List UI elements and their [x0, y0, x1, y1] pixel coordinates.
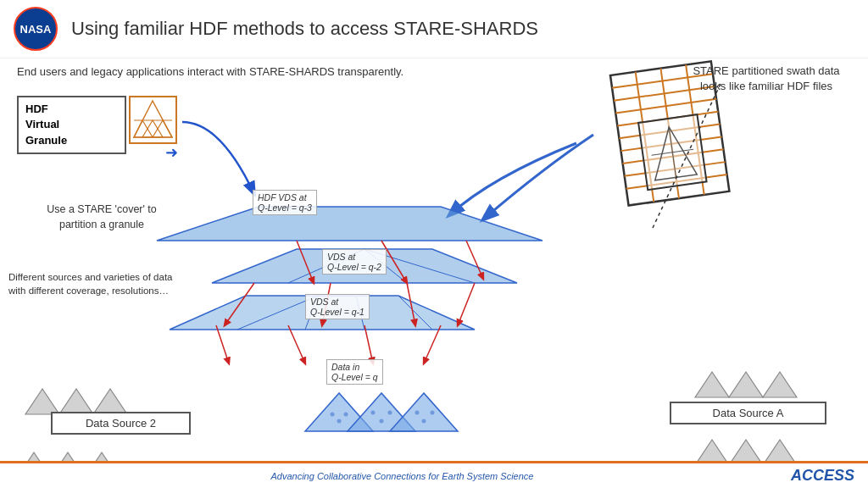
svg-line-32 [398, 296, 432, 330]
svg-marker-21 [153, 120, 172, 137]
svg-line-5 [619, 125, 720, 139]
svg-line-51 [458, 283, 475, 325]
svg-line-16 [652, 149, 694, 155]
svg-marker-23 [157, 207, 542, 241]
svg-point-39 [380, 419, 384, 424]
hdf-icon-placeholder [67, 102, 118, 148]
svg-marker-14 [648, 124, 697, 180]
svg-point-42 [422, 419, 426, 424]
svg-point-36 [337, 419, 342, 424]
vds-label-2: VDS at Q-Level = q-2 [322, 249, 387, 274]
svg-line-6 [621, 136, 722, 151]
different-sources-label: Different sources and varieties of data … [8, 270, 174, 297]
svg-line-8 [625, 162, 726, 176]
vds-label-1: HDF VDS at Q-Level = q-3 [253, 190, 317, 215]
svg-line-53 [288, 325, 305, 363]
datasource-a-box: Data Source A [670, 402, 826, 424]
hdf-label: HDF Virtual Granule [25, 102, 67, 148]
svg-line-52 [216, 325, 229, 363]
svg-line-68 [653, 84, 721, 228]
svg-line-11 [660, 69, 679, 198]
vds-label-4: Data in Q-Level = q [326, 359, 383, 385]
arrow-right-icon: ➜ [165, 143, 178, 162]
access-logo: ACCESS [791, 467, 854, 485]
svg-line-50 [407, 283, 415, 325]
svg-line-45 [297, 241, 314, 283]
svg-rect-17 [130, 97, 176, 143]
svg-point-43 [431, 411, 435, 415]
svg-marker-18 [134, 101, 172, 137]
footer: Advancing Collaborative Connections for … [0, 461, 868, 488]
stare-cover-label: Use a STARE 'cover' to partition a granu… [17, 202, 186, 232]
svg-marker-56 [25, 389, 59, 414]
svg-marker-62 [695, 372, 729, 397]
nasa-logo: NASA [14, 7, 58, 51]
header: NASA Using familiar HDF methods to acces… [0, 0, 868, 58]
svg-point-37 [344, 413, 348, 417]
stare-description: STARE partitioned swath data looks like … [682, 64, 851, 94]
svg-point-44 [415, 411, 420, 415]
svg-marker-34 [348, 393, 415, 431]
svg-marker-35 [390, 393, 458, 431]
subtitle-text: End users and legacy applications intera… [17, 65, 403, 78]
page-title: Using familiar HDF methods to access STA… [71, 18, 538, 40]
hdf-granule-box: HDF Virtual Granule [17, 96, 126, 154]
svg-line-47 [466, 241, 483, 279]
svg-line-9 [626, 175, 727, 189]
svg-line-54 [364, 325, 373, 363]
svg-marker-33 [305, 393, 373, 431]
svg-marker-57 [59, 389, 93, 414]
main-content: End users and legacy applications intera… [0, 58, 868, 474]
svg-marker-20 [142, 120, 163, 137]
svg-line-7 [623, 149, 724, 164]
svg-line-15 [669, 127, 676, 177]
datasource-2-box: Data Source 2 [51, 412, 191, 435]
svg-point-41 [371, 411, 376, 415]
svg-line-10 [636, 72, 654, 202]
svg-rect-13 [638, 114, 706, 190]
svg-marker-58 [93, 389, 127, 414]
svg-point-40 [388, 411, 392, 415]
svg-marker-63 [729, 372, 763, 397]
svg-marker-64 [763, 372, 797, 397]
vds-label-3: VDS at Q-Level = q-1 [305, 294, 370, 319]
svg-line-4 [617, 112, 718, 126]
svg-marker-19 [134, 120, 153, 137]
svg-line-55 [424, 325, 441, 363]
svg-point-38 [331, 413, 335, 417]
svg-line-48 [225, 283, 254, 325]
svg-line-3 [615, 99, 716, 114]
footer-tagline: Advancing Collaborative Connections for … [270, 471, 533, 481]
